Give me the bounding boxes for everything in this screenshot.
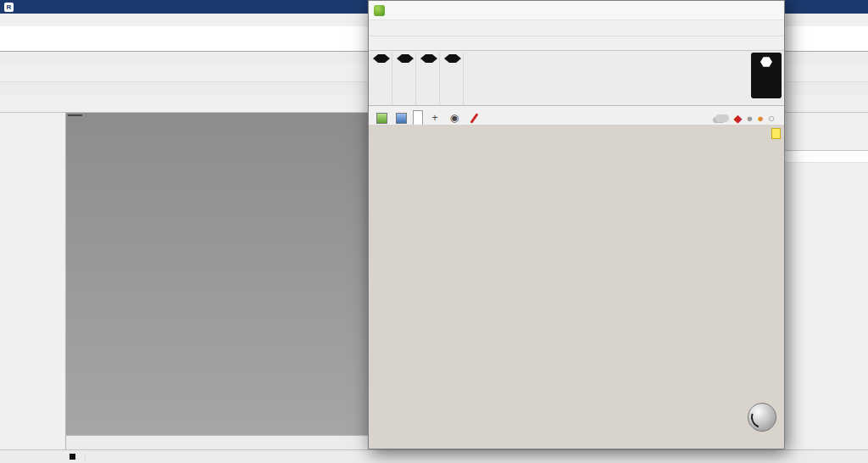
tool-sidebar <box>0 113 66 449</box>
palette-group-primitive <box>395 53 416 105</box>
grasshopper-app-icon <box>374 5 385 16</box>
palette-group-label[interactable] <box>444 54 461 63</box>
definition-graph[interactable] <box>369 125 784 449</box>
new-document-icon[interactable] <box>374 110 389 126</box>
layer-list-header <box>785 151 868 163</box>
layers-panel <box>784 113 868 449</box>
grasshopper-window: + ◉ ◆ ● ● ○ <box>368 0 785 449</box>
shaded-preview-icon[interactable]: ● <box>746 112 753 125</box>
maximize-icon[interactable] <box>735 3 757 18</box>
palette-group-input <box>419 53 440 105</box>
rhino-logo-icon: R <box>4 3 14 12</box>
close-icon[interactable] <box>757 3 779 18</box>
solver-diamond-icon[interactable]: ◆ <box>733 112 742 125</box>
cloud-icon[interactable] <box>715 114 729 122</box>
palette-group-label[interactable] <box>373 54 390 63</box>
nest-button[interactable] <box>751 53 782 98</box>
minimize-icon[interactable] <box>713 3 735 18</box>
grasshopper-menu-bar <box>369 20 784 36</box>
canvas-compass-widget[interactable] <box>748 403 776 432</box>
wire-preview-icon[interactable]: ○ <box>768 112 775 125</box>
preview-eye-icon[interactable]: ◉ <box>447 110 462 126</box>
nest-hex-icon <box>760 57 772 67</box>
save-icon[interactable] <box>393 110 409 126</box>
sticky-note-icon[interactable] <box>771 128 781 139</box>
layer-color-swatch <box>70 454 75 460</box>
palette-group-label[interactable] <box>397 54 414 63</box>
viewport-perspective[interactable] <box>66 113 368 435</box>
status-bar <box>0 449 868 463</box>
pan-icon[interactable]: + <box>427 110 442 126</box>
grasshopper-canvas[interactable] <box>369 125 784 449</box>
component-category-tabs <box>369 36 784 51</box>
palette-group-util <box>442 53 464 105</box>
viewport-tab-bar <box>66 435 368 449</box>
layer-indicator[interactable] <box>64 454 86 460</box>
zoom-select[interactable] <box>413 110 423 126</box>
viewport-label[interactable] <box>68 114 82 116</box>
grasshopper-title-bar[interactable] <box>369 1 784 20</box>
sketch-pen-icon[interactable] <box>466 110 481 126</box>
viewport-3d-scene[interactable] <box>66 113 368 435</box>
screen: R <box>0 0 868 463</box>
component-palette <box>369 51 784 106</box>
palette-group-label[interactable] <box>420 54 437 63</box>
layer-list <box>785 150 868 163</box>
palette-group-geometry <box>371 53 392 105</box>
custom-preview-icon[interactable]: ● <box>757 112 764 125</box>
